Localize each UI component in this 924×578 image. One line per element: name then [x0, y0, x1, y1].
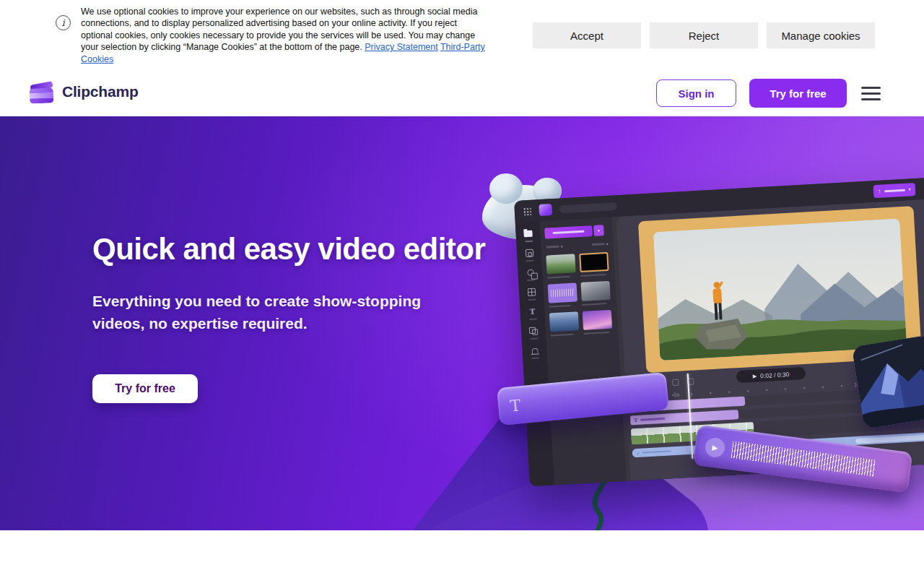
project-name-placeholder [559, 202, 616, 213]
info-icon: i [56, 15, 71, 30]
play-icon: ▶ [753, 373, 757, 379]
thumbnail-audio-waveform [548, 282, 578, 303]
hero-section: Quick and easy video editor Everything y… [0, 116, 924, 530]
sidebar-text-item: T [527, 306, 538, 320]
sidebar-record-item [524, 249, 535, 262]
music-note-icon: ♪ [637, 450, 640, 455]
media-thumbnails [546, 252, 614, 342]
upload-arrow-icon: ↑ [878, 188, 881, 195]
ruler-tick-5s: 5s [674, 392, 679, 398]
hero-subtitle: Everything you need to create show-stopp… [92, 290, 461, 335]
notifications-bell-icon [531, 348, 538, 353]
thumbnail-mountain-valley [546, 254, 575, 274]
page-bottom-spacer [0, 530, 924, 578]
thumbnail-sunset-gradient [583, 310, 612, 330]
manage-cookies-button[interactable]: Manage cookies [767, 22, 875, 48]
text-tool-icon: T [530, 308, 536, 316]
sidebar-notifications-item [529, 345, 540, 359]
header-try-for-free-button[interactable]: Try for free [749, 79, 847, 108]
brand-name: Clipchamp [62, 83, 139, 100]
cookie-banner: i We use optional cookies to improve you… [0, 0, 924, 70]
thumbnail-gray-cliff [580, 281, 610, 301]
transitions-icon [529, 327, 539, 335]
phone-mountain-scene [852, 335, 924, 429]
privacy-statement-link[interactable]: Privacy Statement [365, 42, 437, 52]
playback-time: 0:02 / 0:30 [760, 371, 790, 379]
clapperboard-icon [29, 79, 55, 104]
cookie-message: We use optional cookies to improve your … [81, 6, 489, 65]
content-library-icon [527, 269, 533, 276]
clipchamp-logo[interactable]: Clipchamp [29, 79, 139, 104]
export-button: ↑ ▾ [873, 183, 916, 198]
sign-in-button[interactable]: Sign in [656, 79, 736, 107]
audio-waveform [731, 441, 876, 477]
sidebar-media-item [523, 229, 533, 243]
cookie-actions: Accept Reject Manage cookies [533, 22, 875, 48]
record-camera-icon [525, 249, 533, 258]
sidebar-templates-item [526, 287, 537, 301]
delete-icon [673, 379, 679, 386]
sidebar-library-item [525, 268, 536, 282]
audio-play-icon: ▶ [704, 436, 725, 458]
templates-grid-icon [527, 288, 536, 297]
accept-button[interactable]: Accept [533, 22, 641, 48]
video-preview-scene [653, 218, 907, 361]
text-tool-letter: T [509, 396, 521, 415]
media-filter-row: ▾ ▾ [546, 241, 608, 250]
hero-copy: Quick and easy video editor Everything y… [92, 232, 485, 403]
apps-waffle-icon [523, 207, 532, 216]
filter-dropdown: ▾ [546, 243, 562, 249]
thumbnail-selected-black [579, 252, 609, 272]
import-dropdown-icon: ▾ [593, 225, 604, 236]
hero-try-for-free-button[interactable]: Try for free [92, 374, 198, 403]
hero-title: Quick and easy video editor [92, 232, 485, 267]
floating-phone-3d [852, 335, 924, 429]
clipchamp-app-icon [539, 204, 552, 216]
site-header: Clipchamp Sign in Try for free [0, 70, 924, 116]
reject-button[interactable]: Reject [650, 22, 758, 48]
media-folder-icon [523, 230, 532, 238]
import-media-button [544, 225, 593, 239]
thumbnail-blue-mountain [549, 311, 579, 332]
sidebar-transitions-item [528, 326, 539, 340]
hamburger-menu-icon[interactable] [861, 81, 881, 105]
sort-dropdown: ▾ [591, 241, 608, 247]
